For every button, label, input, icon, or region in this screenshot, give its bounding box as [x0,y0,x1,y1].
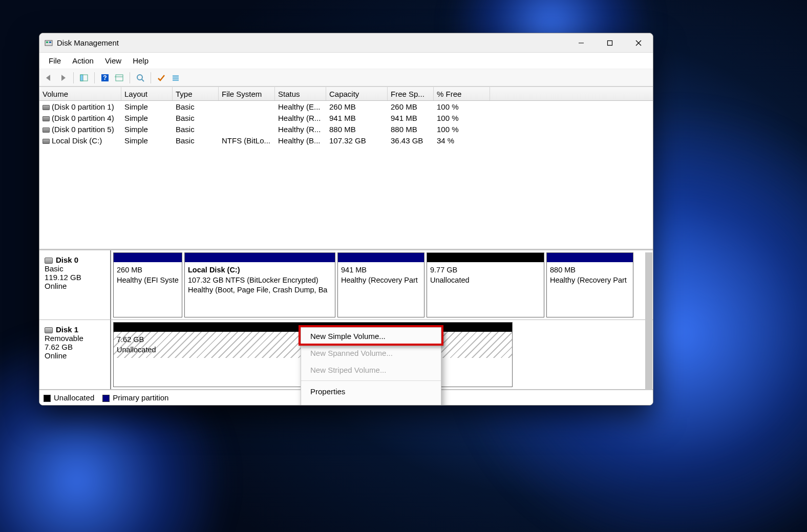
svg-rect-8 [80,75,83,81]
graphical-view: Disk 0 Basic 119.12 GB Online 260 MBHeal… [39,249,653,405]
context-menu: New Simple Volume...New Spanned Volume..… [301,327,441,406]
table-row[interactable]: (Disk 0 partition 4)SimpleBasicHealthy (… [39,112,653,123]
svg-rect-16 [173,77,179,79]
svg-point-13 [137,75,142,80]
context-menu-item: New Striped Volume... [301,361,441,378]
context-menu-item[interactable]: Help [301,400,441,406]
volume-table-header: Volume Layout Type File System Status Ca… [39,87,653,101]
svg-rect-11 [116,75,123,81]
partition[interactable]: 941 MBHealthy (Recovery Part [337,252,424,317]
table-row[interactable]: (Disk 0 partition 5)SimpleBasicHealthy (… [39,123,653,135]
list-view-icon[interactable] [169,72,182,84]
disk0-partitions: 260 MBHealthy (EFI SysteLocal Disk (C:)1… [111,250,653,320]
disk-management-app-icon [45,39,53,47]
titlebar: Disk Management [39,33,653,53]
menu-file[interactable]: File [44,54,66,67]
svg-rect-1 [46,41,48,43]
menu-view[interactable]: View [100,54,126,67]
legend-unallocated: Unallocated [54,393,94,402]
refresh-icon[interactable] [113,72,125,84]
show-hide-console-tree-icon[interactable] [78,72,90,84]
rescan-icon[interactable] [134,72,146,84]
help-icon[interactable]: ? [99,72,111,84]
nav-forward-icon[interactable] [57,72,69,84]
close-button[interactable] [624,33,653,53]
context-menu-item[interactable]: New Simple Volume... [301,328,441,345]
toolbar: ? [39,69,653,87]
col-type[interactable]: Type [173,87,219,100]
disk0-row: Disk 0 Basic 119.12 GB Online 260 MBHeal… [39,250,653,320]
volume-table-body: (Disk 0 partition 1)SimpleBasicHealthy (… [39,101,653,249]
legend-swatch-primary [102,395,110,402]
disk1-label[interactable]: Disk 1 Removable 7.62 GB Online [39,320,111,389]
disk-icon [45,327,53,333]
disk0-label[interactable]: Disk 0 Basic 119.12 GB Online [39,250,111,320]
col-filesystem[interactable]: File System [219,87,275,100]
table-row[interactable]: (Disk 0 partition 1)SimpleBasicHealthy (… [39,101,653,112]
window-title: Disk Management [57,38,119,47]
col-volume[interactable]: Volume [39,87,121,100]
maximize-button[interactable] [596,33,624,53]
disk-icon [45,258,53,264]
svg-line-14 [142,79,144,81]
disk-management-window: Disk Management File Action View Help ? … [39,33,653,406]
partition[interactable]: 9.77 GBUnallocated [427,252,544,317]
partition[interactable]: Local Disk (C:)107.32 GB NTFS (BitLocker… [184,252,335,317]
partition[interactable]: 880 MBHealthy (Recovery Part [546,252,633,317]
col-layout[interactable]: Layout [121,87,173,100]
col-free-space[interactable]: Free Sp... [388,87,434,100]
context-menu-item: New Spanned Volume... [301,345,441,361]
col-status[interactable]: Status [275,87,326,100]
table-row[interactable]: Local Disk (C:)SimpleBasicNTFS (BitLo...… [39,135,653,146]
svg-text:?: ? [103,74,107,81]
partition[interactable]: 260 MBHealthy (EFI Syste [113,252,182,317]
col-capacity[interactable]: Capacity [326,87,388,100]
menu-action[interactable]: Action [67,54,99,67]
svg-rect-2 [49,41,51,43]
legend-swatch-unallocated [44,395,51,402]
col-percent-free[interactable]: % Free [434,87,490,100]
minimize-button[interactable] [567,33,596,53]
svg-rect-4 [608,40,612,45]
nav-back-icon[interactable] [43,72,55,84]
legend-primary: Primary partition [113,393,168,402]
menubar: File Action View Help [39,53,653,69]
context-menu-separator [301,380,441,381]
context-menu-item[interactable]: Properties [301,383,441,400]
menu-help[interactable]: Help [128,54,154,67]
svg-rect-17 [173,79,179,81]
apply-icon[interactable] [155,72,167,84]
svg-rect-15 [173,75,179,77]
